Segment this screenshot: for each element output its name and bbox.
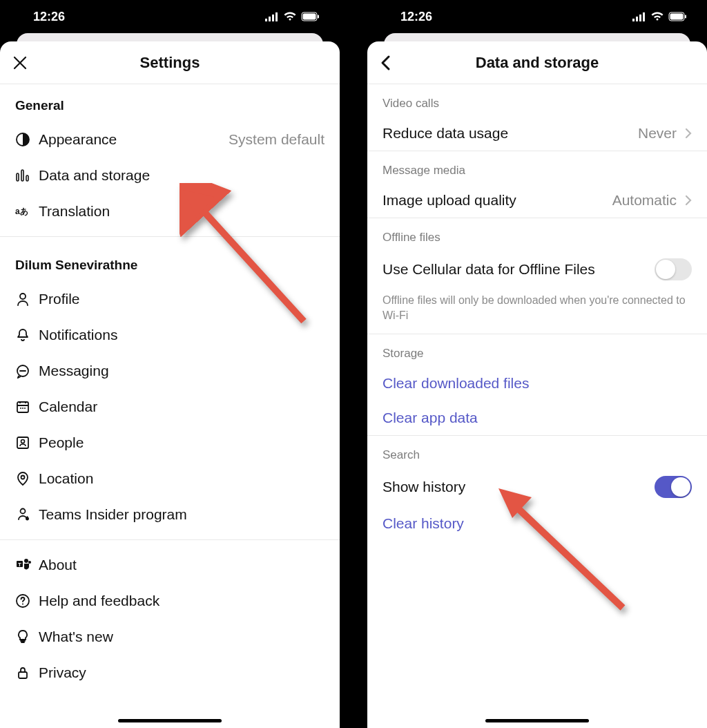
svg-rect-32 (639, 15, 641, 21)
battery-icon (668, 12, 688, 21)
svg-point-15 (20, 408, 21, 409)
section-video: Video calls (367, 84, 707, 116)
sheet-header: Settings (0, 41, 340, 84)
row-data-storage[interactable]: Data and storage (0, 157, 340, 193)
sheet-header: Data and storage (367, 41, 707, 84)
battery-icon (301, 12, 320, 21)
svg-text:T: T (18, 562, 21, 568)
svg-rect-10 (26, 175, 28, 181)
wifi-icon (283, 12, 297, 21)
page-title: Data and storage (476, 54, 599, 72)
svg-rect-9 (21, 170, 23, 181)
svg-point-24 (24, 559, 28, 563)
svg-point-19 (21, 440, 25, 443)
svg-point-20 (21, 476, 25, 479)
toggle-history[interactable] (655, 476, 692, 498)
svg-rect-30 (632, 19, 635, 21)
svg-point-12 (20, 294, 26, 299)
translate-icon: aあ (15, 202, 39, 221)
bulb-icon (15, 627, 39, 646)
section-offline: Offline files (367, 218, 707, 250)
row-reduce-data[interactable]: Reduce data usage Never (367, 116, 707, 151)
chevron-right-icon (685, 128, 692, 139)
row-clear-files[interactable]: Clear downloaded files (367, 366, 707, 401)
row-label: Privacy (39, 664, 325, 681)
svg-point-27 (22, 604, 23, 605)
row-notifications[interactable]: Notifications (0, 317, 340, 353)
svg-point-17 (24, 408, 26, 409)
phone-right-data-storage: 12:26 Data and storage Video calls Reduc… (367, 0, 707, 728)
bell-icon (15, 325, 39, 345)
svg-rect-2 (272, 15, 274, 21)
row-show-history[interactable]: Show history (367, 468, 707, 506)
data-storage-content[interactable]: Video calls Reduce data usage Never Mess… (367, 84, 707, 728)
close-button[interactable] (12, 55, 28, 70)
people-icon (15, 433, 39, 452)
wifi-icon (650, 12, 664, 21)
calendar-icon (15, 397, 39, 416)
row-clear-app-data[interactable]: Clear app data (367, 401, 707, 435)
row-label: Clear history (382, 515, 692, 532)
row-value: System default (229, 131, 325, 148)
toggle-knob (656, 260, 675, 279)
status-bar: 12:26 (367, 0, 707, 33)
settings-sheet: Settings General Appearance System defau… (0, 41, 340, 728)
row-label: Appearance (39, 131, 229, 148)
settings-content[interactable]: General Appearance System default Data a… (0, 84, 340, 728)
row-help[interactable]: Help and feedback (0, 583, 340, 619)
svg-rect-31 (636, 17, 638, 21)
svg-text:aあ: aあ (15, 207, 28, 216)
status-time: 12:26 (400, 10, 432, 24)
page-title: Settings (140, 54, 200, 72)
row-label: Profile (39, 291, 325, 307)
contrast-icon (15, 130, 39, 149)
help-icon (15, 591, 39, 611)
status-indicators (265, 12, 320, 21)
row-profile[interactable]: Profile (0, 281, 340, 317)
section-search: Search (367, 436, 707, 468)
row-insider[interactable]: Teams Insider program (0, 497, 340, 533)
svg-point-16 (22, 408, 23, 409)
row-whatsnew[interactable]: What's new (0, 619, 340, 655)
row-label: Clear downloaded files (382, 375, 692, 392)
row-location[interactable]: Location (0, 461, 340, 497)
row-cellular-offline[interactable]: Use Cellular data for Offline Files (367, 250, 707, 289)
data-storage-sheet: Data and storage Video calls Reduce data… (367, 41, 707, 728)
row-privacy[interactable]: Privacy (0, 655, 340, 691)
section-message: Message media (367, 151, 707, 183)
signal-icon (265, 12, 279, 21)
row-appearance[interactable]: Appearance System default (0, 122, 340, 157)
row-label: Reduce data usage (382, 125, 638, 142)
chat-icon (15, 361, 39, 381)
row-people[interactable]: People (0, 425, 340, 461)
toggle-cellular[interactable] (655, 258, 692, 280)
back-button[interactable] (380, 55, 392, 71)
row-image-quality[interactable]: Image upload quality Automatic (367, 183, 707, 218)
row-messaging[interactable]: Messaging (0, 353, 340, 389)
row-translation[interactable]: aあ Translation (0, 193, 340, 229)
row-calendar[interactable]: Calendar (0, 389, 340, 425)
home-indicator (485, 719, 589, 722)
row-about[interactable]: T About (0, 547, 340, 583)
svg-rect-33 (643, 12, 645, 21)
toggle-knob (671, 477, 690, 497)
section-general: General (0, 84, 340, 122)
row-label: Help and feedback (39, 593, 325, 609)
row-label: Image upload quality (382, 192, 612, 209)
lock-icon (15, 663, 39, 682)
svg-rect-3 (275, 12, 278, 21)
location-icon (15, 469, 39, 488)
teams-icon: T (15, 555, 39, 575)
svg-rect-0 (265, 19, 267, 21)
row-label: Messaging (39, 363, 325, 379)
row-clear-history[interactable]: Clear history (367, 506, 707, 541)
status-indicators (632, 12, 688, 21)
status-time: 12:26 (33, 10, 65, 24)
offline-desc: Offline files will only be downloaded wh… (367, 289, 707, 334)
svg-rect-35 (670, 14, 684, 20)
svg-rect-1 (269, 17, 271, 21)
insider-icon (15, 505, 39, 524)
svg-point-21 (21, 509, 26, 514)
section-storage: Storage (367, 334, 707, 366)
row-label: What's new (39, 629, 325, 645)
